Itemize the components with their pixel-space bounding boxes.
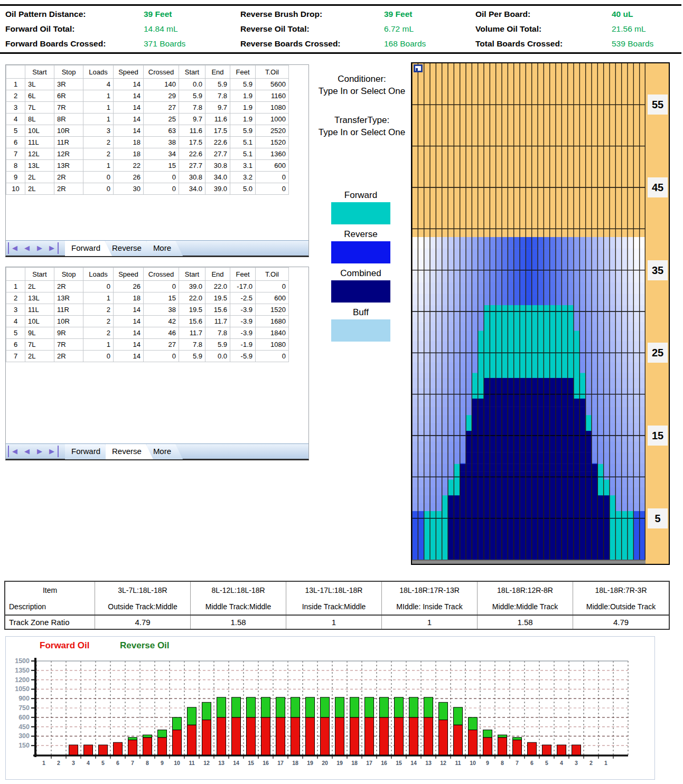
cell[interactable]: 1 <box>83 90 114 102</box>
cell[interactable]: 5.9 <box>205 79 230 90</box>
cell[interactable]: 9L <box>25 327 54 339</box>
cell[interactable]: 18 <box>114 137 144 148</box>
column-header-cell[interactable]: Feet <box>230 65 256 79</box>
cell[interactable]: 8L <box>25 114 54 125</box>
cell[interactable]: 22.0 <box>205 281 230 292</box>
cell[interactable]: 7L <box>25 102 54 114</box>
cell[interactable]: 5600 <box>256 79 289 90</box>
cell[interactable]: 3.1 <box>230 160 256 172</box>
cell[interactable]: 15 <box>144 160 179 172</box>
cell[interactable]: 600 <box>256 160 289 172</box>
cell[interactable]: 14 <box>114 327 144 339</box>
cell[interactable]: 6R <box>54 90 83 102</box>
cell[interactable]: 27.7 <box>179 160 205 172</box>
cell[interactable]: 1 <box>83 160 114 172</box>
cell[interactable]: 3L <box>25 79 54 90</box>
cell[interactable]: 7L <box>25 339 54 351</box>
cell[interactable]: -5.9 <box>230 351 256 362</box>
cell[interactable]: 2L <box>25 183 54 195</box>
cell[interactable]: 5.1 <box>230 137 256 148</box>
cell[interactable]: 7.8 <box>205 327 230 339</box>
cell[interactable]: 0.0 <box>205 351 230 362</box>
cell[interactable]: -3.9 <box>230 327 256 339</box>
row-number-cell[interactable]: 4 <box>6 316 25 327</box>
cell[interactable]: 27.7 <box>205 148 230 160</box>
cell[interactable]: 22.6 <box>205 137 230 148</box>
cell[interactable]: 11R <box>54 137 83 148</box>
cell[interactable]: 34.0 <box>179 183 205 195</box>
cell[interactable]: 7.8 <box>179 102 205 114</box>
transfer-type-selector[interactable]: TransferType: Type In or Select One <box>313 114 411 138</box>
cell[interactable]: 26 <box>114 281 144 292</box>
tab-reverse[interactable]: Reverse <box>106 444 153 459</box>
cell[interactable]: 10R <box>54 316 83 327</box>
cell[interactable]: 5.9 <box>230 79 256 90</box>
cell[interactable]: 600 <box>256 292 289 304</box>
cell[interactable]: 13R <box>54 160 83 172</box>
cell[interactable]: 22.0 <box>179 292 205 304</box>
cell[interactable]: 30.8 <box>205 160 230 172</box>
cell[interactable]: -1.9 <box>230 339 256 351</box>
cell[interactable]: 12R <box>54 148 83 160</box>
row-number-cell[interactable]: 5 <box>6 125 25 137</box>
cell[interactable]: 2L <box>25 281 54 292</box>
cell[interactable]: 2 <box>83 327 114 339</box>
column-header-cell[interactable]: Loads <box>83 268 114 281</box>
cell[interactable]: 7.8 <box>205 90 230 102</box>
tab-reverse[interactable]: Reverse <box>106 241 153 256</box>
cell[interactable]: 19.5 <box>205 292 230 304</box>
cell[interactable]: 10R <box>54 125 83 137</box>
column-header-cell[interactable]: Start <box>179 65 205 79</box>
cell[interactable]: 2R <box>54 351 83 362</box>
column-header-cell[interactable]: Stop <box>54 268 83 281</box>
column-header-cell[interactable]: Start <box>179 268 205 281</box>
cell[interactable]: 7.8 <box>179 339 205 351</box>
cell[interactable]: 11.7 <box>205 316 230 327</box>
cell[interactable]: 14 <box>114 90 144 102</box>
cell[interactable]: 14 <box>114 125 144 137</box>
row-number-cell[interactable]: 4 <box>6 114 25 125</box>
column-header-cell[interactable]: Speed <box>114 268 144 281</box>
cell[interactable]: 14 <box>114 351 144 362</box>
cell[interactable]: 12L <box>25 148 54 160</box>
cell[interactable]: 1680 <box>256 316 289 327</box>
column-header-cell[interactable]: End <box>205 268 230 281</box>
column-header-cell[interactable]: Crossed <box>144 65 179 79</box>
cell[interactable]: 14 <box>114 102 144 114</box>
cell[interactable]: 30 <box>114 183 144 195</box>
cell[interactable]: 5.9 <box>230 125 256 137</box>
column-header-cell[interactable]: Loads <box>83 65 114 79</box>
nav-first-button[interactable]: ◀ <box>8 446 21 457</box>
row-number-cell[interactable]: 6 <box>6 339 25 351</box>
cell[interactable]: 2R <box>54 281 83 292</box>
cell[interactable]: 39.0 <box>179 281 205 292</box>
cell[interactable]: 2520 <box>256 125 289 137</box>
row-number-cell[interactable]: 2 <box>6 90 25 102</box>
conditioner-selector[interactable]: Conditioner: Type In or Select One <box>313 73 411 97</box>
cell[interactable]: 0.0 <box>179 79 205 90</box>
cell[interactable]: 0 <box>256 281 289 292</box>
row-number-cell[interactable]: 10 <box>6 183 25 195</box>
cell[interactable]: 14 <box>114 339 144 351</box>
cell[interactable]: 14 <box>114 114 144 125</box>
cell[interactable]: 0 <box>144 183 179 195</box>
row-number-cell[interactable]: 3 <box>6 102 25 114</box>
cell[interactable]: 1360 <box>256 148 289 160</box>
cell[interactable]: 0 <box>144 281 179 292</box>
cell[interactable]: 27 <box>144 102 179 114</box>
cell[interactable]: 0 <box>256 172 289 183</box>
cell[interactable]: 0 <box>144 351 179 362</box>
cell[interactable]: 22.6 <box>179 148 205 160</box>
tab-forward[interactable]: Forward <box>65 241 112 256</box>
cell[interactable]: 25 <box>144 114 179 125</box>
cell[interactable]: 2 <box>83 304 114 316</box>
conditioner-value[interactable]: Type In or Select One <box>313 85 411 97</box>
cell[interactable]: 14 <box>114 79 144 90</box>
cell[interactable]: 11L <box>25 304 54 316</box>
nav-next-button[interactable]: ▶ <box>33 446 46 457</box>
nav-last-button[interactable]: ▶ <box>46 446 59 457</box>
cell[interactable]: 2 <box>83 148 114 160</box>
cell[interactable]: 5.0 <box>230 183 256 195</box>
cell[interactable]: 5.9 <box>205 339 230 351</box>
select-all-corner-cell[interactable] <box>6 268 25 281</box>
